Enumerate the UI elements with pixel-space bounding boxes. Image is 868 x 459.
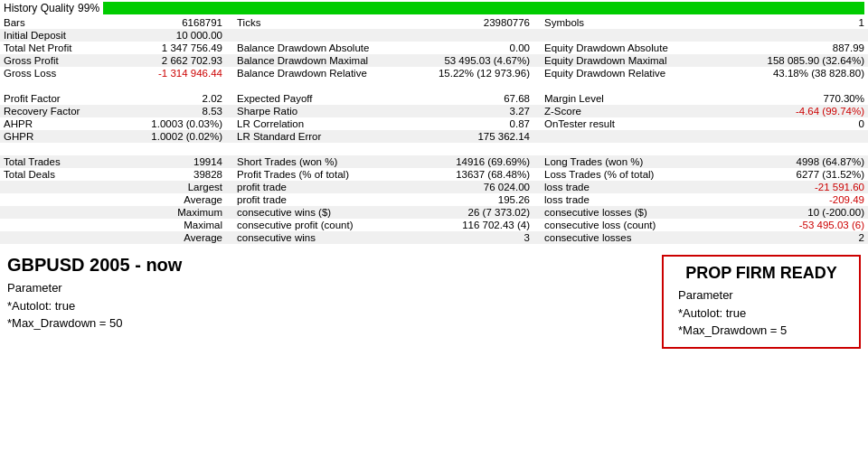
history-quality-value: 99% bbox=[78, 2, 99, 14]
stat-label-1: Gross Loss bbox=[0, 67, 118, 80]
stat-label-2: Expected Payoff bbox=[226, 92, 407, 105]
stat-label-1: Gross Profit bbox=[0, 54, 118, 67]
stat-label-3: consecutive losses ($) bbox=[533, 206, 714, 219]
stat-value-1: 39828 bbox=[118, 168, 226, 181]
stat-value-1: 1.0002 (0.02%) bbox=[118, 130, 226, 143]
bottom-right: PROP FIRM READY Parameter*Autolot: true*… bbox=[662, 255, 861, 349]
stat-label-1: Total Net Profit bbox=[0, 42, 118, 54]
stat-label-3 bbox=[533, 130, 714, 143]
stat-label-3: Z-Score bbox=[533, 105, 714, 117]
stat-label-1 bbox=[0, 206, 118, 219]
stat-value-2: 3 bbox=[407, 231, 533, 244]
stat-label-3: Long Trades (won %) bbox=[533, 155, 714, 168]
stat-value-3: 6277 (31.52%) bbox=[714, 168, 868, 181]
stat-value-2: 0.00 bbox=[407, 42, 533, 54]
stat-label-2: Ticks bbox=[226, 16, 407, 29]
stat-label-2: Profit Trades (% of total) bbox=[226, 168, 407, 181]
stat-label-1 bbox=[0, 219, 118, 231]
stat-value-1: 10 000.00 bbox=[118, 29, 226, 42]
stat-value-1: 1 347 756.49 bbox=[118, 42, 226, 54]
bottom-section: GBPUSD 2005 - now Parameter*Autolot: tru… bbox=[0, 248, 868, 352]
stat-label-1: Profit Factor bbox=[0, 92, 118, 105]
stat-value-1: Maximum bbox=[118, 206, 226, 219]
stat-value-2: 67.68 bbox=[407, 92, 533, 105]
stat-value-1: 8.53 bbox=[118, 105, 226, 117]
stat-value-3: -53 495.03 (6) bbox=[714, 219, 868, 231]
stat-label-1: Total Deals bbox=[0, 168, 118, 181]
stat-value-3: 0 bbox=[714, 117, 868, 130]
bottom-right-line: Parameter bbox=[678, 286, 844, 304]
stat-value-2: 0.87 bbox=[407, 117, 533, 130]
stat-label-2: Sharpe Ratio bbox=[226, 105, 407, 117]
stat-label-3: consecutive loss (count) bbox=[533, 219, 714, 231]
stat-value-3: -21 591.60 bbox=[714, 181, 868, 193]
stat-label-1 bbox=[0, 181, 118, 193]
stat-value-2: 53 495.03 (4.67%) bbox=[407, 54, 533, 67]
stat-value-1: 2 662 702.93 bbox=[118, 54, 226, 67]
stat-value-3: 2 bbox=[714, 231, 868, 244]
stat-label-3: consecutive losses bbox=[533, 231, 714, 244]
stat-label-2 bbox=[226, 29, 407, 42]
stat-label-2: LR Standard Error bbox=[226, 130, 407, 143]
stat-label-2: Balance Drawdown Absolute bbox=[226, 42, 407, 54]
bottom-left: GBPUSD 2005 - now Parameter*Autolot: tru… bbox=[7, 255, 662, 349]
stat-label-3: OnTester result bbox=[533, 117, 714, 130]
stat-value-2: 116 702.43 (4) bbox=[407, 219, 533, 231]
bottom-right-line: *Autolot: true bbox=[678, 304, 844, 323]
stat-value-1: Average bbox=[118, 193, 226, 206]
stat-label-3 bbox=[533, 29, 714, 42]
stat-label-1: Bars bbox=[0, 16, 118, 29]
stat-value-3: 10 (-200.00) bbox=[714, 206, 868, 219]
bottom-left-title: GBPUSD 2005 - now bbox=[7, 255, 644, 276]
stat-value-3: -4.64 (99.74%) bbox=[714, 105, 868, 117]
stat-value-3 bbox=[714, 130, 868, 143]
stat-label-1: Initial Deposit bbox=[0, 29, 118, 42]
stat-label-3: Symbols bbox=[533, 16, 714, 29]
stat-value-1: 19914 bbox=[118, 155, 226, 168]
stat-value-2: 13637 (68.48%) bbox=[407, 168, 533, 181]
bottom-left-line: *Autolot: true bbox=[7, 297, 644, 315]
stat-label-3: loss trade bbox=[533, 181, 714, 193]
stat-label-2: profit trade bbox=[226, 181, 407, 193]
bottom-left-line: Parameter bbox=[7, 279, 644, 297]
stat-value-1: Maximal bbox=[118, 219, 226, 231]
stat-label-2: LR Correlation bbox=[226, 117, 407, 130]
stat-value-1: 2.02 bbox=[118, 92, 226, 105]
stat-value-3: 1 bbox=[714, 16, 868, 29]
stat-value-2: 14916 (69.69%) bbox=[407, 155, 533, 168]
stat-label-2: consecutive wins ($) bbox=[226, 206, 407, 219]
stat-label-2: consecutive wins bbox=[226, 231, 407, 244]
stat-value-2: 175 362.14 bbox=[407, 130, 533, 143]
history-quality-label: History Quality bbox=[4, 2, 74, 14]
stat-value-3: 43.18% (38 828.80) bbox=[714, 67, 868, 80]
stat-value-2: 26 (7 373.02) bbox=[407, 206, 533, 219]
stat-value-1: 1.0003 (0.03%) bbox=[118, 117, 226, 130]
stat-value-3: 4998 (64.87%) bbox=[714, 155, 868, 168]
stat-value-3 bbox=[714, 29, 868, 42]
progress-bar bbox=[103, 2, 864, 14]
stat-value-2: 76 024.00 bbox=[407, 181, 533, 193]
stat-value-3: 158 085.90 (32.64%) bbox=[714, 54, 868, 67]
bottom-left-line: *Max_Drawdown = 50 bbox=[7, 314, 644, 333]
bottom-right-line: *Max_Drawdown = 5 bbox=[678, 322, 844, 340]
stat-value-3: 887.99 bbox=[714, 42, 868, 54]
stats-table: Bars6168791Ticks23980776Symbols1Initial … bbox=[0, 16, 868, 244]
stat-label-1: AHPR bbox=[0, 117, 118, 130]
stat-label-3: Equity Drawdown Maximal bbox=[533, 54, 714, 67]
stat-label-3: Loss Trades (% of total) bbox=[533, 168, 714, 181]
stat-value-1: Average bbox=[118, 231, 226, 244]
stat-value-3: -209.49 bbox=[714, 193, 868, 206]
stat-label-2: consecutive profit (count) bbox=[226, 219, 407, 231]
top-bar: History Quality 99% bbox=[0, 0, 868, 16]
stat-value-2 bbox=[407, 29, 533, 42]
stat-label-1: Total Trades bbox=[0, 155, 118, 168]
stat-value-1: 6168791 bbox=[118, 16, 226, 29]
stat-value-2: 195.26 bbox=[407, 193, 533, 206]
stat-value-1: -1 314 946.44 bbox=[118, 67, 226, 80]
stat-label-3: loss trade bbox=[533, 193, 714, 206]
bottom-right-title: PROP FIRM READY bbox=[678, 264, 844, 283]
stat-label-2: Balance Drawdown Relative bbox=[226, 67, 407, 80]
stat-label-3: Equity Drawdown Absolute bbox=[533, 42, 714, 54]
stat-value-1: Largest bbox=[118, 181, 226, 193]
stat-value-2: 15.22% (12 973.96) bbox=[407, 67, 533, 80]
